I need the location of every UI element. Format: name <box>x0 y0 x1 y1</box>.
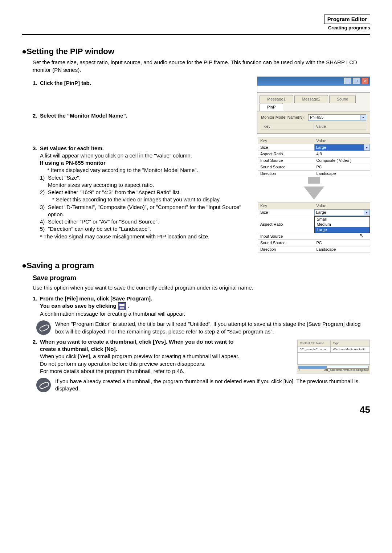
chevron-down-icon[interactable]: ▾ <box>360 115 366 120</box>
step3-li1b: Monitor sizes vary according to aspect r… <box>48 182 154 188</box>
save-step1b: You can also save by clicking . <box>40 302 185 310</box>
monitor-model-label: Monitor Model Name(N): <box>261 115 308 120</box>
section-saving-program: ●Saving a program <box>22 260 370 271</box>
tip-icon <box>36 320 51 335</box>
window-titlebar: _ □ ✕ <box>257 77 370 86</box>
chevron-down-icon[interactable]: ▾ <box>364 210 369 215</box>
tip-1: When "Program Editor" is started, the ti… <box>36 320 370 335</box>
close-icon[interactable]: ✕ <box>362 78 369 84</box>
tab-message2[interactable]: Message2 <box>294 95 328 103</box>
save-step2-desc2: For more details about the program thumb… <box>40 368 243 375</box>
save-step2a: When you want to create a thumbnail, cli… <box>40 338 243 353</box>
tip-2: If you have already created a thumbnail,… <box>36 378 370 393</box>
save-program-subhead: Save program <box>33 274 370 282</box>
figure-value-table: KeyValue SizeLarge▾ Aspect Ratio4:3 Inpu… <box>258 138 370 253</box>
monitor-model-combo[interactable]: PN-655▾ <box>308 114 366 121</box>
tab-sound[interactable]: Sound <box>329 95 356 103</box>
step3-li1a: Select "Size". <box>48 175 81 181</box>
step2: Select the "Monitor Model Name". <box>40 112 127 119</box>
step3-li2b: * Select this according to the video or … <box>52 196 221 203</box>
tab-row: Message1 Message2 Sound PinP <box>257 93 370 111</box>
arrow-down-icon <box>304 187 324 200</box>
cursor-icon: ↖ <box>359 232 364 239</box>
step3-li4: Select either "PC" or "AV" for "Sound So… <box>48 218 159 225</box>
step3-li3: Select "D-Terminal", "Composite (Video)"… <box>48 204 254 218</box>
step3-li2a: Select either "16:9" or "4:3" from the "… <box>48 189 181 195</box>
tip2-text: If you have already created a thumbnail,… <box>55 378 370 393</box>
tab-pinp[interactable]: PinP <box>260 103 283 111</box>
page-number: 45 <box>22 404 370 416</box>
page-header: Program Editor Creating programs <box>22 15 370 31</box>
save-intro: Use this option when you want to save th… <box>33 284 370 291</box>
step3-li5: "Direction" can only be set to "Landscap… <box>48 225 151 233</box>
header-rule <box>22 34 370 35</box>
save-step1-desc: A confirmation message for creating a th… <box>40 310 185 318</box>
header-box: Program Editor <box>324 15 370 24</box>
kv-table-header: KeyValue <box>261 123 366 130</box>
tip-icon <box>36 378 51 392</box>
section-setting-pip: ●Setting the PIP window <box>22 46 370 57</box>
arrow-down-icon <box>308 177 320 184</box>
section1-intro: Set the frame size, aspect ratio, input … <box>33 59 370 74</box>
tab-message1[interactable]: Message1 <box>260 95 293 103</box>
chevron-down-icon[interactable]: ▾ <box>364 145 369 150</box>
tip1-text: When "Program Editor" is started, the ti… <box>55 320 370 335</box>
step1: Click the [PinP] tab. <box>40 79 91 87</box>
size-dropdown-list[interactable]: Small Medium Large <box>314 216 370 233</box>
maximize-icon[interactable]: □ <box>353 78 360 84</box>
save-icon[interactable] <box>118 302 126 310</box>
header-subtitle: Creating programs <box>22 25 370 31</box>
save-step2-desc1: When you click [Yes], a small program pr… <box>40 353 243 368</box>
save-step1a: From the [File] menu, click [Save Progra… <box>40 295 185 302</box>
size-combo-open[interactable]: Large▾ <box>314 209 370 216</box>
minimize-icon[interactable]: _ <box>344 78 351 84</box>
figure-pinp-window: _ □ ✕ Message1 Message2 Sound PinP Monit… <box>257 77 370 134</box>
size-combo[interactable]: Large▾ <box>314 144 370 151</box>
step3: Set values for each item. <box>40 145 104 152</box>
figure-thumbnail-preview: Content File NameType 001_sample01.wmaWi… <box>297 340 370 373</box>
